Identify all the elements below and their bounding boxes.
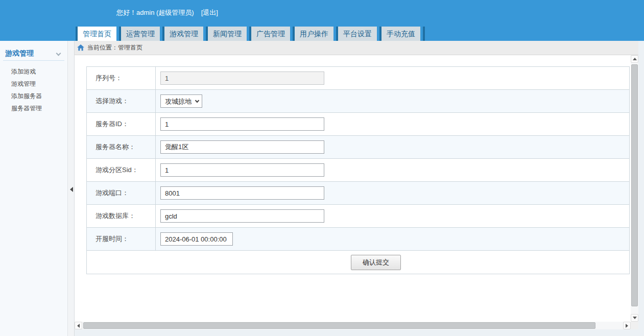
game-port-input[interactable] <box>160 186 324 200</box>
game-partition-sid-input[interactable] <box>160 163 324 177</box>
tab-game-management[interactable]: 游戏管理 <box>162 27 203 41</box>
tab-admin-home[interactable]: 管理首页 <box>76 27 116 41</box>
serial-number-input[interactable] <box>160 71 324 85</box>
breadcrumb: 当前位置：管理首页 <box>75 41 638 55</box>
field-label-open-time: 开服时间： <box>87 228 156 250</box>
form-row-open-time: 开服时间： <box>87 228 629 251</box>
field-label-game-select: 选择游戏： <box>87 90 156 112</box>
game-select[interactable]: 攻城掠地 <box>160 94 202 108</box>
open-time-input[interactable] <box>160 232 233 246</box>
form-row-game-select: 选择游戏： 攻城掠地 <box>87 90 629 113</box>
field-label-server-id: 服务器ID： <box>87 113 156 135</box>
vertical-scrollbar[interactable] <box>631 55 638 322</box>
tab-platform-settings[interactable]: 平台设置 <box>336 27 377 41</box>
chevron-down-icon <box>56 51 61 56</box>
server-id-input[interactable] <box>160 117 324 131</box>
tab-user-operations[interactable]: 用户操作 <box>293 27 333 41</box>
submit-button[interactable]: 确认提交 <box>351 255 401 270</box>
scroll-up-button[interactable] <box>631 55 638 63</box>
sidebar-menu: 添加游戏 游戏管理 添加服务器 服务器管理 <box>0 61 67 114</box>
top-header: 您好！admin (超级管理员)[退出] 管理首页 运营管理 游戏管理 新闻管理… <box>0 0 644 41</box>
vertical-scrollbar-thumb[interactable] <box>631 64 638 306</box>
form-row-partition-sid: 游戏分区Sid： <box>87 159 629 182</box>
form-row-game-database: 游戏数据库： <box>87 205 629 228</box>
tab-manual-recharge[interactable]: 手动充值 <box>379 27 420 41</box>
welcome-message: 您好！admin (超级管理员)[退出] <box>116 8 218 17</box>
form-row-serial: 序列号： <box>87 67 629 90</box>
game-database-input[interactable] <box>160 209 324 223</box>
sidebar-collapse-strip <box>68 41 75 336</box>
field-label-partition-sid: 游戏分区Sid： <box>87 159 156 181</box>
scroll-down-button[interactable] <box>631 314 638 322</box>
chevron-left-icon <box>70 187 73 192</box>
form-row-submit: 确认提交 <box>87 251 629 274</box>
form-row-game-port: 游戏端口： <box>87 182 629 205</box>
scroll-right-button[interactable] <box>623 322 631 329</box>
home-icon <box>77 44 84 51</box>
content-area: 当前位置：管理首页 序列号： 选择游戏： 攻城掠地 <box>75 41 638 329</box>
server-form: 序列号： 选择游戏： 攻城掠地 服务器ID： <box>86 66 630 274</box>
sidebar-item-server-management[interactable]: 服务器管理 <box>11 102 67 114</box>
triangle-right-icon <box>626 324 628 328</box>
form-row-server-name: 服务器名称： <box>87 136 629 159</box>
logout-link[interactable]: [退出] <box>201 9 218 16</box>
sidebar-item-add-server[interactable]: 添加服务器 <box>11 90 67 102</box>
field-label-serial: 序列号： <box>87 67 156 89</box>
sidebar-group-title: 游戏管理 <box>5 49 34 57</box>
form-row-server-id: 服务器ID： <box>87 113 629 136</box>
horizontal-scrollbar-thumb[interactable] <box>83 322 595 329</box>
triangle-up-icon <box>633 58 637 60</box>
main-nav-tabs: 管理首页 运营管理 游戏管理 新闻管理 广告管理 用户操作 平台设置 手动充值 <box>76 27 425 41</box>
field-label-game-database: 游戏数据库： <box>87 205 156 227</box>
field-label-server-name: 服务器名称： <box>87 136 156 158</box>
triangle-left-icon <box>77 324 80 328</box>
welcome-text: 您好！admin (超级管理员) <box>116 9 194 16</box>
server-name-input[interactable] <box>160 140 324 154</box>
triangle-down-icon <box>633 317 637 319</box>
tab-news-management[interactable]: 新闻管理 <box>206 27 247 41</box>
breadcrumb-text: 当前位置：管理首页 <box>87 43 142 52</box>
sidebar-item-game-management[interactable]: 游戏管理 <box>11 78 67 90</box>
scroll-left-button[interactable] <box>75 322 82 329</box>
tab-ad-management[interactable]: 广告管理 <box>249 27 290 41</box>
sidebar-collapse-button[interactable] <box>69 185 74 194</box>
tab-operations[interactable]: 运营管理 <box>119 27 160 41</box>
tab-endcap <box>423 27 425 41</box>
sidebar-item-add-game[interactable]: 添加游戏 <box>11 65 67 78</box>
sidebar: 游戏管理 添加游戏 游戏管理 添加服务器 服务器管理 <box>0 41 68 336</box>
scrollbar-corner <box>631 322 638 329</box>
sidebar-group-game-management[interactable]: 游戏管理 <box>0 41 67 60</box>
main-panel: 序列号： 选择游戏： 攻城掠地 服务器ID： <box>75 55 631 322</box>
horizontal-scrollbar[interactable] <box>75 322 631 329</box>
field-label-game-port: 游戏端口： <box>87 182 156 204</box>
